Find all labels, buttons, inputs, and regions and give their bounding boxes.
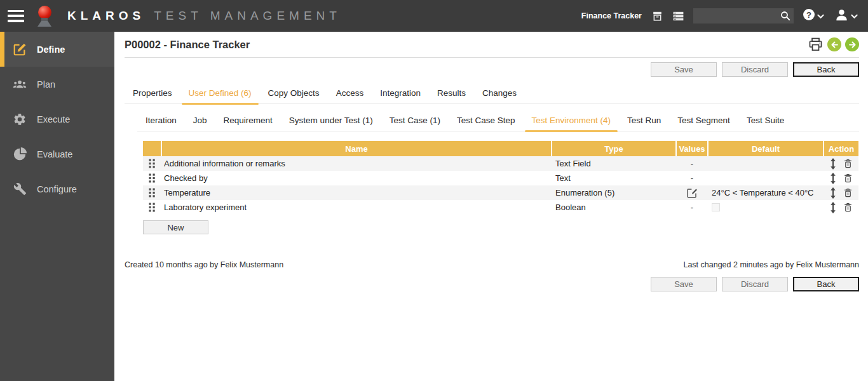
archive-icon[interactable] bbox=[651, 10, 663, 22]
drag-handle-icon[interactable] bbox=[149, 188, 156, 197]
table-row: Laboratory experiment Boolean - bbox=[143, 200, 858, 215]
table-row: Temperature Enumeration (5) 24°C < Tempe… bbox=[143, 185, 858, 200]
tab-copy-objects[interactable]: Copy Objects bbox=[260, 85, 328, 104]
field-type: Enumeration (5) bbox=[551, 185, 675, 200]
gear-icon bbox=[12, 112, 27, 126]
main-content: P00002 - Finance Tracker Save Discard Ba… bbox=[114, 32, 868, 381]
table-header-row: Name Type Values Default Action bbox=[143, 141, 858, 156]
table-row: Checked by Text - bbox=[143, 171, 858, 185]
print-icon[interactable] bbox=[808, 37, 824, 52]
save-button[interactable]: Save bbox=[651, 62, 717, 77]
last-changed-text: Last changed 2 minutes ago by Felix Must… bbox=[683, 260, 859, 269]
sidebar-item-define[interactable]: Define bbox=[0, 32, 114, 67]
field-type: Text Field bbox=[551, 156, 675, 171]
delete-icon[interactable] bbox=[843, 173, 853, 184]
page-title: P00002 - Finance Tracker bbox=[125, 39, 250, 51]
save-button[interactable]: Save bbox=[651, 277, 717, 291]
storage-icon[interactable] bbox=[672, 10, 684, 22]
sidebar-item-label: Plan bbox=[37, 79, 55, 90]
back-button[interactable]: Back bbox=[793, 277, 859, 291]
default-checkbox[interactable] bbox=[712, 203, 720, 211]
delete-icon[interactable] bbox=[843, 202, 853, 213]
field-default: 24°C < Temperature < 40°C bbox=[707, 185, 823, 200]
subtab-test-case-step[interactable]: Test Case Step bbox=[449, 112, 524, 131]
field-name: Checked by bbox=[161, 171, 551, 185]
active-project-label: Finance Tracker bbox=[581, 11, 642, 20]
tab-integration[interactable]: Integration bbox=[372, 85, 429, 104]
pie-chart-icon bbox=[12, 147, 27, 161]
subtab-job[interactable]: Job bbox=[185, 112, 215, 131]
field-name: Additional information or remarks bbox=[161, 156, 551, 171]
previous-icon[interactable] bbox=[827, 37, 841, 51]
sidebar-item-configure[interactable]: Configure bbox=[0, 171, 114, 206]
reorder-icon[interactable] bbox=[829, 173, 837, 184]
reorder-icon[interactable] bbox=[829, 158, 837, 170]
tab-access[interactable]: Access bbox=[328, 85, 372, 104]
user-defined-fields-table: Name Type Values Default Action Addition… bbox=[143, 141, 858, 215]
new-button[interactable]: New bbox=[143, 220, 208, 234]
main-tabs: Properties User Defined (6) Copy Objects… bbox=[125, 85, 859, 104]
product-name: TEST MANAGEMENT bbox=[154, 9, 341, 23]
subtab-test-case[interactable]: Test Case (1) bbox=[381, 112, 449, 131]
drag-handle-icon[interactable] bbox=[149, 203, 156, 212]
hamburger-menu-icon[interactable] bbox=[8, 10, 24, 22]
user-menu[interactable] bbox=[834, 8, 858, 25]
subtab-test-environment[interactable]: Test Environment (4) bbox=[524, 112, 620, 131]
subtab-test-run[interactable]: Test Run bbox=[619, 112, 669, 131]
people-icon bbox=[12, 77, 27, 91]
column-header-name: Name bbox=[161, 141, 551, 156]
next-icon[interactable] bbox=[845, 37, 859, 51]
reorder-icon[interactable] bbox=[829, 202, 837, 213]
delete-icon[interactable] bbox=[843, 187, 853, 198]
reorder-icon[interactable] bbox=[829, 187, 837, 199]
column-header-values: Values bbox=[675, 141, 707, 156]
subtab-test-suite[interactable]: Test Suite bbox=[738, 112, 792, 131]
klaros-logo-icon bbox=[33, 5, 56, 27]
sidebar-item-label: Evaluate bbox=[37, 149, 72, 159]
subtab-system-under-test[interactable]: System under Test (1) bbox=[281, 112, 381, 131]
field-values: - bbox=[675, 200, 707, 215]
drag-handle-icon[interactable] bbox=[149, 173, 156, 183]
sidebar-item-label: Configure bbox=[37, 184, 77, 194]
back-button[interactable]: Back bbox=[793, 62, 859, 77]
field-default bbox=[707, 171, 823, 185]
tab-user-defined[interactable]: User Defined (6) bbox=[180, 85, 260, 104]
search-icon[interactable] bbox=[780, 10, 791, 24]
field-default bbox=[707, 156, 823, 171]
field-type: Boolean bbox=[551, 200, 675, 215]
discard-button[interactable]: Discard bbox=[722, 62, 788, 77]
drag-handle-icon[interactable] bbox=[149, 159, 156, 168]
field-name: Temperature bbox=[161, 185, 551, 200]
sidebar-item-label: Execute bbox=[37, 114, 70, 124]
help-icon: ? bbox=[803, 8, 815, 23]
search-input[interactable] bbox=[693, 8, 794, 23]
subtab-requirement[interactable]: Requirement bbox=[215, 112, 281, 131]
delete-icon[interactable] bbox=[843, 158, 853, 169]
wrench-icon bbox=[12, 182, 27, 196]
table-row: Additional information or remarks Text F… bbox=[143, 156, 858, 171]
topbar: KLAROS TEST MANAGEMENT Finance Tracker ? bbox=[0, 0, 868, 32]
sidebar-item-label: Define bbox=[37, 44, 65, 55]
tab-results[interactable]: Results bbox=[429, 85, 474, 104]
search-box bbox=[693, 8, 794, 23]
sidebar-item-plan[interactable]: Plan bbox=[0, 67, 114, 102]
sidebar-item-execute[interactable]: Execute bbox=[0, 102, 114, 137]
subtab-test-segment[interactable]: Test Segment bbox=[669, 112, 738, 131]
chevron-down-icon bbox=[851, 10, 858, 22]
edit-square-icon bbox=[12, 43, 27, 57]
sidebar: Define Plan Execute Evaluate Configure bbox=[0, 32, 114, 381]
tab-properties[interactable]: Properties bbox=[125, 85, 180, 104]
edit-values-icon[interactable] bbox=[686, 187, 698, 199]
tab-changes[interactable]: Changes bbox=[474, 85, 525, 104]
svg-text:?: ? bbox=[806, 10, 811, 20]
help-menu[interactable]: ? bbox=[803, 8, 824, 23]
chevron-down-icon bbox=[817, 10, 824, 22]
discard-button[interactable]: Discard bbox=[722, 277, 788, 291]
subtab-iteration[interactable]: Iteration bbox=[137, 112, 185, 131]
field-type: Text bbox=[551, 171, 675, 185]
sidebar-item-evaluate[interactable]: Evaluate bbox=[0, 137, 114, 171]
column-header-type: Type bbox=[551, 141, 675, 156]
column-header-default: Default bbox=[707, 141, 823, 156]
field-values: - bbox=[675, 156, 707, 171]
created-text: Created 10 months ago by Felix Musterman… bbox=[125, 260, 283, 269]
